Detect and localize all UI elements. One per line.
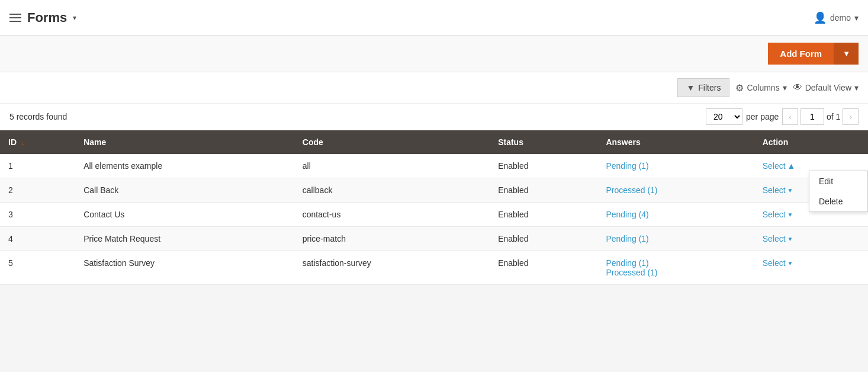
records-found: 5 records found	[9, 112, 67, 121]
cell-name: Price Match Request	[75, 227, 294, 251]
cell-name: Contact Us	[75, 203, 294, 227]
per-page-dropdown[interactable]: 20 50 100	[706, 108, 742, 125]
header-left: Forms ▾	[9, 10, 76, 25]
cell-id: 1	[0, 154, 75, 178]
view-arrow: ▾	[854, 83, 859, 92]
edit-menu-item[interactable]: Edit	[809, 171, 867, 191]
user-icon: 👤	[814, 11, 827, 24]
cell-action: Select ▼	[754, 251, 868, 285]
cell-status: Enabled	[490, 154, 597, 178]
title-dropdown-arrow[interactable]: ▾	[73, 14, 76, 22]
cell-code: satisfaction-survey	[294, 251, 490, 285]
user-menu[interactable]: 👤 demo ▾	[814, 11, 859, 24]
cell-code: price-match	[294, 227, 490, 251]
cell-answers: Processed (1)	[597, 178, 754, 203]
cell-status: Enabled	[490, 203, 597, 227]
select-label: Select	[763, 210, 786, 219]
cell-code: all	[294, 154, 490, 178]
cell-id: 5	[0, 251, 75, 285]
select-arrow-up: ▲	[787, 161, 796, 171]
select-arrow-down: ▼	[787, 236, 793, 242]
table-header-row: ID ↓ Name Code Status Answers Action	[0, 130, 868, 154]
cell-status: Enabled	[490, 251, 597, 285]
select-button-open[interactable]: Select ▲	[763, 161, 796, 171]
columns-arrow: ▾	[783, 83, 787, 92]
answers-link-1[interactable]: Pending (1)	[606, 258, 648, 268]
page-number-input[interactable]	[801, 108, 824, 125]
columns-label: Columns	[747, 83, 779, 92]
select-arrow-down: ▼	[787, 211, 793, 218]
hamburger-icon[interactable]	[9, 14, 21, 22]
page-nav: ‹ of 1 ›	[782, 108, 859, 125]
select-label: Select	[763, 258, 786, 268]
cell-code: contact-us	[294, 203, 490, 227]
add-form-btn-group: Add Form ▼	[768, 43, 859, 65]
filter-icon: ▼	[686, 83, 695, 92]
select-arrow-down: ▼	[787, 187, 793, 194]
cell-id: 3	[0, 203, 75, 227]
answers-link-2[interactable]: Processed (1)	[606, 268, 657, 277]
view-label: Default View	[805, 83, 851, 92]
per-page-select: 20 50 100 per page	[706, 108, 779, 125]
col-name[interactable]: Name	[75, 130, 294, 154]
table-row: 2Call BackcallbackEnabledProcessed (1)Se…	[0, 178, 868, 203]
user-label: demo	[830, 13, 851, 23]
select-button[interactable]: Select ▼	[763, 185, 793, 195]
cell-name: All elements example	[75, 154, 294, 178]
cell-answers: Pending (1)Processed (1)	[597, 251, 754, 285]
add-form-button[interactable]: Add Form	[768, 43, 834, 65]
col-status[interactable]: Status	[490, 130, 597, 154]
controls-row: ▼ Filters ⚙ Columns ▾ 👁 Default View ▾	[0, 72, 868, 104]
cell-id: 4	[0, 227, 75, 251]
select-button[interactable]: Select ▼	[763, 234, 793, 243]
prev-page-button[interactable]: ‹	[782, 108, 798, 125]
answers-link[interactable]: Pending (4)	[606, 210, 648, 219]
cell-name: Call Back	[75, 178, 294, 203]
action-dropdown-menu: EditDelete	[809, 171, 868, 212]
col-code[interactable]: Code	[294, 130, 490, 154]
user-dropdown-arrow: ▾	[854, 13, 859, 23]
delete-menu-item[interactable]: Delete	[809, 191, 867, 211]
answers-link[interactable]: Processed (1)	[606, 185, 657, 195]
data-table-container: ID ↓ Name Code Status Answers Action 1Al…	[0, 130, 868, 285]
cell-status: Enabled	[490, 178, 597, 203]
add-form-dropdown-arrow[interactable]: ▼	[834, 43, 859, 65]
cell-action: Select ▼	[754, 227, 868, 251]
records-row: 5 records found 20 50 100 per page ‹ of …	[0, 104, 868, 130]
answers-link[interactable]: Pending (1)	[606, 161, 648, 171]
table-row: 1All elements exampleallEnabledPending (…	[0, 154, 868, 178]
cell-answers: Pending (1)	[597, 154, 754, 178]
view-button[interactable]: 👁 Default View ▾	[793, 82, 859, 93]
filters-label: Filters	[698, 83, 721, 92]
page-of-label: of 1	[827, 112, 840, 121]
gear-icon: ⚙	[735, 82, 744, 94]
cell-answers: Pending (1)	[597, 227, 754, 251]
col-id[interactable]: ID ↓	[0, 130, 75, 154]
cell-code: callback	[294, 178, 490, 203]
cell-status: Enabled	[490, 227, 597, 251]
toolbar: Add Form ▼	[0, 36, 868, 72]
col-answers[interactable]: Answers	[597, 130, 754, 154]
filters-button[interactable]: ▼ Filters	[677, 78, 729, 97]
columns-button[interactable]: ⚙ Columns ▾	[735, 82, 786, 94]
page-title: Forms	[27, 10, 67, 25]
select-label: Select	[763, 161, 786, 171]
cell-name: Satisfaction Survey	[75, 251, 294, 285]
header: Forms ▾ 👤 demo ▾	[0, 0, 868, 36]
select-label: Select	[763, 234, 786, 243]
answers-link[interactable]: Pending (1)	[606, 234, 648, 243]
next-page-button[interactable]: ›	[843, 108, 859, 125]
cell-id: 2	[0, 178, 75, 203]
select-button[interactable]: Select ▼	[763, 210, 793, 219]
cell-answers: Pending (4)	[597, 203, 754, 227]
per-page-label: per page	[746, 112, 779, 121]
eye-icon: 👁	[793, 82, 802, 93]
select-button[interactable]: Select ▼	[763, 258, 793, 268]
select-arrow-down: ▼	[787, 260, 793, 267]
table-row: 5Satisfaction Surveysatisfaction-surveyE…	[0, 251, 868, 285]
select-label: Select	[763, 185, 786, 195]
sort-icon: ↓	[21, 139, 25, 146]
col-action: Action	[754, 130, 868, 154]
data-table: ID ↓ Name Code Status Answers Action 1Al…	[0, 130, 868, 285]
table-row: 4Price Match Requestprice-matchEnabledPe…	[0, 227, 868, 251]
